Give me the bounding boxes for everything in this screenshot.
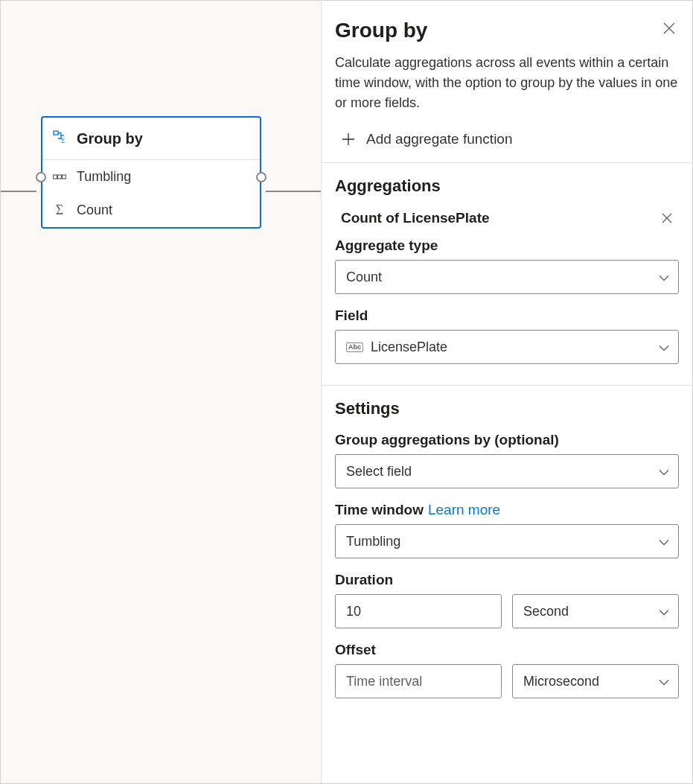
svg-rect-4 (63, 175, 66, 179)
node-row-tumbling[interactable]: Tumbling (42, 160, 260, 194)
svg-rect-2 (54, 175, 57, 179)
offset-unit-value: Microsecond (523, 674, 599, 689)
close-panel-button[interactable] (660, 19, 679, 38)
sigma-icon: Σ (53, 203, 66, 218)
chevron-down-icon (659, 534, 669, 549)
node-row-label: Tumbling (77, 169, 131, 185)
panel-description: Calculate aggregations across all events… (335, 53, 679, 113)
node-group-by[interactable]: Σ Group by Tumbling Σ Count (41, 116, 261, 229)
node-row-label: Count (77, 203, 112, 218)
aggregate-type-select[interactable]: Count (335, 260, 679, 294)
group-by-label: Group aggregations by (optional) (335, 432, 679, 448)
offset-label: Offset (335, 642, 679, 658)
aggregations-title: Aggregations (335, 176, 679, 196)
chevron-down-icon (659, 674, 669, 689)
settings-title: Settings (335, 399, 679, 418)
chevron-down-icon (659, 464, 669, 479)
duration-value: 10 (346, 604, 361, 619)
aggregate-type-label: Aggregate type (335, 238, 679, 254)
edge-out (266, 191, 321, 192)
aggregate-type-value: Count (346, 270, 382, 285)
learn-more-link[interactable]: Learn more (428, 502, 500, 518)
chevron-down-icon (659, 604, 669, 619)
abc-type-icon: Abc (346, 342, 363, 352)
duration-unit-select[interactable]: Second (512, 594, 679, 628)
panel-title: Group by (335, 19, 427, 42)
time-window-label: Time window (335, 502, 424, 518)
chevron-down-icon (659, 270, 669, 285)
field-value: LicensePlate (371, 340, 447, 355)
node-title: Group by (77, 130, 143, 147)
close-icon (662, 22, 676, 35)
node-header: Σ Group by (42, 118, 260, 160)
node-row-count[interactable]: Σ Count (42, 194, 260, 227)
svg-rect-3 (58, 175, 62, 179)
chevron-down-icon (659, 340, 669, 355)
field-label: Field (335, 307, 679, 324)
close-icon (661, 212, 673, 224)
add-aggregate-button[interactable]: Add aggregate function (335, 125, 679, 162)
time-window-select[interactable]: Tumbling (335, 524, 679, 558)
duration-label: Duration (335, 572, 679, 588)
group-by-icon: Σ (53, 130, 68, 147)
edge-in (1, 191, 36, 192)
plus-icon (341, 132, 356, 147)
port-in[interactable] (36, 172, 46, 182)
duration-unit-value: Second (523, 604, 569, 619)
field-select[interactable]: Abc LicensePlate (335, 330, 679, 364)
svg-rect-0 (54, 131, 58, 135)
aggregation-name: Count of LicensePlate (341, 210, 490, 226)
tumbling-icon (53, 173, 66, 181)
offset-input[interactable]: Time interval (335, 664, 502, 698)
add-aggregate-label: Add aggregate function (366, 131, 513, 147)
svg-text:Σ: Σ (61, 137, 65, 144)
time-window-value: Tumbling (346, 534, 400, 549)
duration-input[interactable]: 10 (335, 594, 502, 628)
properties-panel: Group by Calculate aggregations across a… (321, 1, 692, 783)
offset-unit-select[interactable]: Microsecond (512, 664, 679, 698)
remove-aggregation-button[interactable] (658, 209, 676, 227)
canvas-area[interactable]: Σ Group by Tumbling Σ Count (1, 1, 321, 783)
group-by-value: Select field (346, 464, 412, 479)
port-out[interactable] (256, 172, 266, 182)
group-by-select[interactable]: Select field (335, 454, 679, 488)
offset-placeholder: Time interval (346, 674, 422, 689)
